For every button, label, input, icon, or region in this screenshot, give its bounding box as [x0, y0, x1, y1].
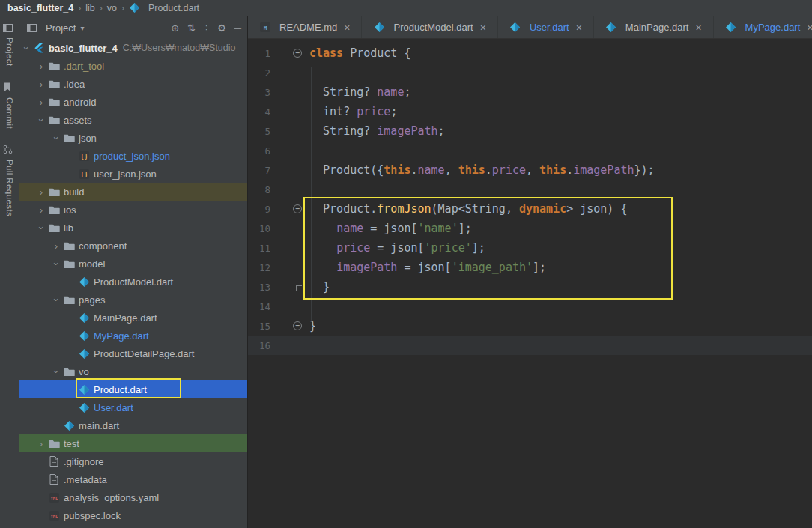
project-panel-title[interactable]: Project [46, 22, 76, 34]
tree-item-ios[interactable]: ›ios [19, 201, 247, 219]
editor-body[interactable]: 1−class Product {23 String? name;4 int? … [248, 39, 812, 528]
chevron-collapsed-icon[interactable]: › [34, 186, 48, 198]
tree-item-json[interactable]: ›json [19, 129, 247, 147]
fold-minus-icon[interactable]: − [293, 321, 302, 330]
breadcrumb-item-basic-flutter-4[interactable]: basic_flutter_4 [7, 3, 73, 13]
tool-window-icon [25, 22, 37, 34]
chevron-expanded-icon[interactable]: › [51, 257, 62, 270]
fold-marker[interactable]: − [270, 49, 306, 58]
chevron-collapsed-icon[interactable]: › [34, 97, 48, 108]
code-line-13[interactable]: 13 } [248, 277, 812, 297]
code-line-15[interactable]: 15−} [248, 316, 812, 336]
tree-item-metadata[interactable]: .metadata [19, 470, 247, 488]
code-token: 'image_path' [452, 261, 533, 274]
tree-item-basic-flutter-4[interactable]: ›basic_flutter_4C:₩Users₩matod₩Studio [19, 39, 247, 57]
code-line-2[interactable]: 2 [248, 63, 812, 82]
fold-minus-icon[interactable]: − [293, 204, 302, 213]
tree-item-label: ProductDetailPage.dart [94, 348, 194, 359]
chevron-expanded-icon[interactable]: › [36, 113, 47, 127]
tab-close-icon[interactable]: × [807, 22, 812, 34]
fold-marker[interactable] [270, 285, 306, 288]
code-line-6[interactable]: 6 [248, 141, 812, 160]
tree-item-pubspec-lock[interactable]: YMLpubspec.lock [19, 506, 247, 524]
dart-icon [78, 348, 90, 359]
tab-mypage-dart[interactable]: MyPage.dart× [714, 16, 812, 38]
line-number: 16 [248, 340, 270, 351]
fold-minus-icon[interactable]: − [293, 49, 302, 58]
expand-collapse-icon[interactable]: ⇅ [187, 22, 196, 34]
stripe-button-pull-requests[interactable]: Pull Requests [1, 144, 17, 216]
chevron-collapsed-icon[interactable]: › [34, 438, 48, 449]
chevron-expanded-icon[interactable]: › [51, 365, 62, 378]
tree-item-main-dart[interactable]: main.dart [19, 416, 247, 434]
tab-close-icon[interactable]: × [480, 22, 486, 34]
tab-user-dart[interactable]: User.dart× [498, 16, 594, 38]
stripe-label-commit: Commit [5, 97, 14, 129]
tab-close-icon[interactable]: × [695, 22, 701, 34]
chevron-expanded-icon[interactable]: › [36, 221, 47, 234]
breadcrumb-item-vo[interactable]: vo [107, 3, 117, 13]
tab-close-icon[interactable]: × [576, 22, 582, 34]
tab-close-icon[interactable]: × [344, 22, 350, 34]
stripe-button-commit[interactable]: Commit [1, 82, 17, 129]
fold-marker[interactable]: − [270, 321, 306, 330]
code-line-5[interactable]: 5 String? imagePath; [248, 121, 812, 141]
tab-mainpage-dart[interactable]: MainPage.dart× [594, 16, 714, 38]
tree-item-idea[interactable]: ›.idea [19, 75, 247, 93]
tree-item-pubspec-yaml[interactable]: YMLpubspec.yaml [19, 524, 247, 528]
code-line-12[interactable]: 12 imagePath = json['image_path']; [248, 258, 812, 277]
tree-item-mainpage-dart[interactable]: MainPage.dart [19, 309, 247, 327]
tree-item-product-dart[interactable]: Product.dart [19, 380, 247, 398]
chevron-expanded-icon[interactable]: › [51, 293, 62, 306]
tree-item-component[interactable]: ›component [19, 237, 247, 255]
code-line-11[interactable]: 11 price = json['price']; [248, 238, 812, 258]
code-line-9[interactable]: 9− Product.fromJson(Map<String, dynamic>… [248, 199, 812, 219]
code-line-8[interactable]: 8 [248, 180, 812, 199]
tree-item-mypage-dart[interactable]: MyPage.dart [19, 327, 247, 345]
chevron-down-icon[interactable]: ▾ [80, 24, 84, 32]
stripe-button-project[interactable]: Project [1, 22, 17, 67]
tree-item-analysis-options-yaml[interactable]: YMLanalysis_options.yaml [19, 488, 247, 506]
chevron-collapsed-icon[interactable]: › [49, 240, 63, 252]
tree-item-label: MyPage.dart [94, 330, 149, 342]
code-token: , [445, 163, 458, 177]
breadcrumb-item-product-dart[interactable]: Product.dart [148, 3, 199, 13]
tree-item-user-dart[interactable]: User.dart [19, 398, 247, 416]
collapse-all-icon[interactable]: ÷ [204, 22, 209, 34]
locate-icon[interactable]: ⊕ [171, 22, 179, 34]
tree-item-dart-tool[interactable]: ›.dart_tool [19, 57, 247, 75]
code-line-16[interactable]: 16 [248, 336, 812, 355]
code-line-4[interactable]: 4 int? price; [248, 102, 812, 121]
tree-item-assets[interactable]: ›assets [19, 111, 247, 129]
tab-productmodel-dart[interactable]: ProductModel.dart× [362, 16, 497, 38]
tree-item-vo[interactable]: ›vo [19, 362, 247, 380]
line-number: 8 [248, 184, 270, 195]
chevron-expanded-icon[interactable]: › [51, 131, 62, 145]
tree-item-product-json-json[interactable]: {}product_json.json [19, 147, 247, 165]
fold-marker[interactable]: − [270, 204, 306, 213]
tree-item-pages[interactable]: ›pages [19, 291, 247, 309]
code-line-14[interactable]: 14 [248, 297, 812, 316]
breadcrumb-item-lib[interactable]: lib [85, 3, 95, 13]
tree-item-gitignore[interactable]: .gitignore [19, 452, 247, 470]
chevron-expanded-icon[interactable]: › [21, 41, 32, 55]
tree-item-productdetailpage-dart[interactable]: ProductDetailPage.dart [19, 345, 247, 362]
tree-item-user-json-json[interactable]: {}user_json.json [19, 165, 247, 183]
tree-item-test[interactable]: ›test [19, 434, 247, 452]
code-line-1[interactable]: 1−class Product { [248, 43, 812, 63]
tree-item-android[interactable]: ›android [19, 93, 247, 111]
tree-item-lib[interactable]: ›lib [19, 219, 247, 237]
settings-icon[interactable]: ⚙ [217, 22, 226, 34]
code-line-3[interactable]: 3 String? name; [248, 82, 812, 102]
tree-item-build[interactable]: ›build [19, 183, 247, 201]
chevron-collapsed-icon[interactable]: › [34, 79, 48, 90]
code-line-7[interactable]: 7 Product({this.name, this.price, this.i… [248, 160, 812, 180]
tree-item-model[interactable]: ›model [19, 255, 247, 273]
chevron-collapsed-icon[interactable]: › [34, 204, 48, 216]
code-line-10[interactable]: 10 name = json['name']; [248, 219, 812, 238]
hide-icon[interactable]: ─ [234, 22, 241, 34]
tree-item-productmodel-dart[interactable]: ProductModel.dart [19, 273, 247, 291]
tab-readme-md[interactable]: MREADME.md× [248, 16, 362, 38]
chevron-collapsed-icon[interactable]: › [34, 61, 48, 72]
fold-end-icon[interactable] [296, 285, 302, 291]
